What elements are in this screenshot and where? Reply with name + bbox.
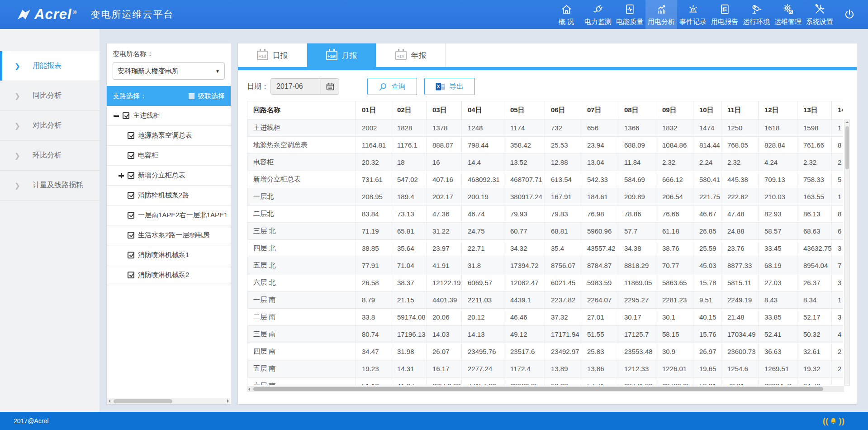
value-cell: 35.4 [545, 240, 581, 257]
nav-item-alarm[interactable]: 事件记录 [677, 0, 709, 29]
value-cell: 43632.75 [797, 240, 832, 257]
sidebar-item-5[interactable]: ❯ 计量及线路损耗 [0, 171, 100, 201]
sidebar-item-label: 计量及线路损耗 [33, 181, 83, 190]
tree-item[interactable]: 消防喷淋机械泵2 [107, 265, 231, 285]
checked-checkbox-icon[interactable] [128, 272, 134, 278]
sidebar-item-3[interactable]: ❯ 对比分析 [0, 111, 100, 141]
report-toolbar: 日期： 2017-06 查询 X [238, 70, 857, 95]
value-cell: 2295.27 [618, 291, 656, 309]
nav-item-plug[interactable]: 电力监测 [582, 0, 614, 29]
excel-icon: X [436, 82, 445, 91]
camera-icon [750, 3, 763, 15]
nav-item-tools[interactable]: 系统设置 [804, 0, 835, 29]
value-cell: 28553.28 [427, 377, 462, 386]
value-cell: 8 [832, 205, 844, 223]
value-cell: 50.32 [797, 326, 832, 343]
value-cell: 1832 [656, 119, 693, 137]
value-cell: 26.07 [427, 343, 462, 360]
cascade-select-checkbox[interactable]: 级联选择 [189, 92, 225, 100]
nav-item-report[interactable]: 用电报告 [709, 0, 740, 29]
scroll-up-arrow-icon[interactable] [845, 121, 849, 123]
branch-select-label: 支路选择： [113, 92, 147, 100]
calendar-button[interactable] [321, 79, 339, 94]
value-cell: 28771.86 [618, 377, 656, 386]
value-cell: 26.85 [693, 223, 721, 240]
tab-月报[interactable]: +1M 月报 [307, 43, 376, 67]
query-button[interactable]: 查询 [367, 78, 417, 95]
tree-item[interactable]: 地源热泵空调总表 [107, 126, 231, 146]
checked-checkbox-icon[interactable] [128, 252, 134, 258]
tree-item[interactable]: 消防栓机械泵2路 [107, 186, 231, 205]
logout-power-button[interactable] [835, 0, 863, 29]
export-button[interactable]: X 导出 [424, 78, 475, 95]
branch-select-header: 支路选择： 级联选择 [107, 86, 231, 106]
tree-item[interactable]: 消防喷淋机械泵1 [107, 245, 231, 265]
sidebar-item-1[interactable]: ❯ 用能报表 [0, 51, 100, 81]
tree-item[interactable]: 新增分立柜总表 [107, 166, 231, 186]
nav-item-label: 运行环境 [743, 18, 770, 26]
value-cell: 209.89 [618, 188, 656, 205]
value-cell: 23.97 [427, 240, 462, 257]
value-cell: 732 [545, 119, 581, 137]
tab-年报[interactable]: +1Y 年报 [376, 43, 446, 67]
checked-checkbox-icon[interactable] [123, 112, 129, 119]
scrollbar-thumb[interactable] [845, 126, 849, 169]
value-cell: 1084.86 [656, 137, 693, 154]
scrollbar-thumb[interactable] [114, 399, 172, 403]
scrollbar-thumb[interactable] [253, 387, 823, 391]
chevron-right-icon: ❯ [14, 92, 33, 100]
scroll-left-arrow-icon[interactable] [109, 399, 110, 403]
energy-analysis-icon [655, 3, 668, 15]
value-cell: 38.85 [356, 240, 391, 257]
tree-item[interactable]: 一层南1APE2右一层北1APE1 [107, 205, 231, 225]
checked-checkbox-icon[interactable] [128, 212, 134, 219]
collapse-minus-icon[interactable] [113, 112, 122, 119]
value-cell: 8877.33 [721, 257, 759, 274]
nav-item-energy-analysis[interactable]: 用电分析 [645, 0, 677, 29]
circuit-name-cell: 一层 南 [247, 291, 356, 309]
sidebar-item-4[interactable]: ❯ 环比分析 [0, 141, 100, 171]
scroll-right-arrow-icon[interactable] [227, 399, 229, 403]
value-cell: 1254.6 [721, 360, 759, 377]
scroll-left-arrow-icon[interactable] [248, 387, 250, 391]
value-cell: 31.22 [427, 223, 462, 240]
checked-checkbox-icon[interactable] [128, 132, 134, 139]
table-vertical-scrollbar[interactable] [844, 119, 850, 386]
nav-item-home[interactable]: 概 况 [550, 0, 582, 29]
tree-item[interactable]: 生活水泵2路一层弱电房 [107, 225, 231, 245]
checked-checkbox-icon[interactable] [128, 232, 134, 239]
value-cell: 547.02 [391, 171, 427, 188]
power-icon [843, 8, 856, 21]
date-input[interactable]: 2017-06 [270, 78, 339, 95]
checked-checkbox-icon[interactable] [128, 172, 134, 179]
tab-日报[interactable]: +1d 日报 [238, 43, 307, 67]
value-cell: 23553.48 [618, 343, 656, 360]
alarm-bell-button[interactable]: (( )) [823, 412, 844, 430]
station-select-value: 安科瑞新大楼变电所 [118, 67, 215, 76]
column-header-day: 14日 [832, 101, 844, 119]
value-cell: 202.17 [427, 188, 462, 205]
nav-item-gear[interactable]: 运维管理 [772, 0, 804, 29]
value-cell: 52.41 [759, 326, 797, 343]
expand-plus-icon[interactable] [118, 172, 127, 179]
table-row: 四层 南34.4731.9826.0723495.7623517.623492.… [247, 343, 844, 360]
value-cell: 1212.33 [618, 360, 656, 377]
tree-item[interactable]: 电容柜 [107, 146, 231, 166]
nav-item-power-quality[interactable]: 电能质量 [614, 0, 645, 29]
table-horizontal-scrollbar[interactable] [247, 386, 844, 392]
value-cell: 163.55 [797, 188, 832, 205]
value-cell: 13.89 [545, 360, 581, 377]
chevron-right-icon: ❯ [14, 182, 33, 190]
checked-checkbox-icon[interactable] [128, 192, 134, 199]
panel-horizontal-scrollbar[interactable] [107, 398, 230, 404]
value-cell: 58.57 [759, 223, 797, 240]
circuit-name-cell: 一层北 [247, 188, 356, 205]
value-cell: 2 [832, 360, 844, 377]
sidebar-item-2[interactable]: ❯ 同比分析 [0, 81, 100, 111]
nav-item-camera[interactable]: 运行环境 [740, 0, 772, 29]
checked-checkbox-icon[interactable] [128, 152, 134, 159]
tree-item[interactable]: 主进线柜 [107, 106, 231, 126]
value-cell: 5 [832, 171, 844, 188]
column-header-name: 回路名称 [247, 101, 356, 119]
station-select[interactable]: 安科瑞新大楼变电所 ▼ [113, 62, 225, 80]
